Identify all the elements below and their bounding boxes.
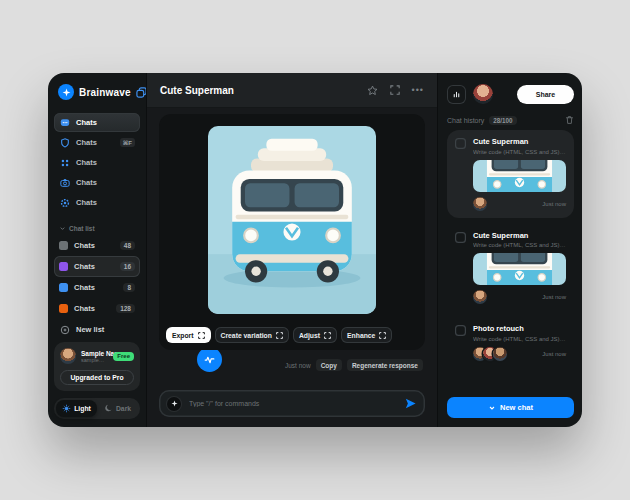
card-checkbox[interactable] [455, 138, 466, 149]
generated-image-van [208, 126, 376, 314]
sidebar-item-label: Chats [76, 158, 97, 167]
enhance-label: Enhance [347, 332, 375, 339]
copy-button[interactable]: Copy [316, 359, 342, 371]
list-count-badge: 48 [120, 241, 135, 250]
header-actions: ••• [367, 85, 424, 96]
profile-card[interactable]: Sample Name sample@ui8.net Free Upgraded… [54, 342, 140, 391]
card-footer: Just now [473, 290, 566, 304]
list-item-label: Chats [74, 241, 95, 250]
chat-lists: Chats 48 Chats 16 Chats 8 Chats 128 [54, 235, 140, 340]
section-label: Chat list [69, 225, 95, 232]
card-timestamp: Just now [542, 294, 566, 300]
list-item-purple[interactable]: Chats 16 [54, 256, 140, 277]
generation-canvas: Export Create variation Adjust Enhance [159, 114, 425, 350]
card-timestamp: Just now [542, 351, 566, 357]
camera-icon [59, 178, 70, 188]
chat-list-section-header[interactable]: Chat list [59, 225, 140, 232]
member-avatar [493, 347, 507, 361]
card-title: Cute Superman [473, 137, 566, 146]
create-variation-button[interactable]: Create variation [215, 327, 289, 343]
response-timestamp: Just now [285, 362, 311, 369]
card-checkbox[interactable] [455, 325, 466, 336]
gear-icon [59, 198, 70, 208]
list-count-badge: 128 [116, 304, 135, 313]
moon-icon [104, 404, 113, 413]
theme-dark-option[interactable]: Dark [97, 400, 138, 417]
theme-light-label: Light [74, 405, 91, 412]
expand-icon [198, 332, 205, 339]
main-header: Cute Superman ••• [147, 73, 437, 108]
chat-bubble-icon [59, 118, 70, 128]
plan-badge: Free [113, 352, 134, 361]
theme-light-option[interactable]: Light [56, 400, 97, 417]
card-description: Write code (HTML, CSS and JS) for a simp… [473, 336, 566, 342]
share-button[interactable]: Share [517, 85, 574, 104]
card-title: Cute Superman [473, 231, 566, 240]
history-card-2[interactable]: Cute Superman Write code (HTML, CSS and … [447, 224, 574, 312]
card-checkbox[interactable] [455, 232, 466, 243]
shield-icon [59, 138, 70, 148]
waveform-icon [203, 353, 216, 366]
expand-icon [379, 332, 386, 339]
chevron-down-icon [488, 404, 496, 412]
brand-row: Brainwave [54, 82, 140, 100]
sidebar-item-label: Chats [76, 178, 97, 187]
expand-icon [276, 332, 283, 339]
new-chat-button[interactable]: New chat [447, 397, 574, 418]
card-thumbnail-van [473, 253, 566, 285]
adjust-label: Adjust [299, 332, 320, 339]
app-window: Brainwave Chats Chats ⌘F [48, 73, 582, 427]
card-footer: Just now [473, 347, 566, 361]
export-button[interactable]: Export [166, 327, 211, 343]
regenerate-response-button[interactable]: Regenerate response [347, 359, 423, 371]
sidebar-item-chats-3[interactable]: Chats [54, 153, 140, 172]
list-color-swatch [59, 283, 68, 292]
sidebar-item-chats-2[interactable]: Chats ⌘F [54, 133, 140, 152]
favorite-star-icon[interactable] [367, 85, 378, 96]
expand-icon [324, 332, 331, 339]
adjust-button[interactable]: Adjust [293, 327, 337, 343]
list-item-blue[interactable]: Chats 8 [54, 277, 140, 298]
sidebar-item-label: Chats [76, 198, 97, 207]
sidebar-item-chats-1[interactable]: Chats [54, 113, 140, 132]
user-avatar[interactable] [473, 84, 493, 104]
enhance-button[interactable]: Enhance [341, 327, 392, 343]
sidebar-item-chats-4[interactable]: Chats [54, 173, 140, 192]
create-variation-label: Create variation [221, 332, 272, 339]
list-color-swatch [59, 262, 68, 271]
sidebar-item-label: Chats [76, 138, 97, 147]
list-item-orange[interactable]: Chats 128 [54, 298, 140, 319]
new-list-button[interactable]: New list [54, 319, 140, 340]
command-input[interactable] [187, 399, 398, 408]
sidebar-item-chats-5[interactable]: Chats [54, 193, 140, 212]
sidebar: Brainwave Chats Chats ⌘F [48, 73, 146, 427]
sparkle-icon [167, 397, 181, 411]
history-cards: Cute Superman Write code (HTML, CSS and … [447, 130, 574, 368]
shortcut-badge: ⌘F [120, 138, 135, 147]
member-avatar [473, 197, 487, 211]
member-avatar-stack [473, 347, 503, 361]
profile-name: Sample Name [81, 350, 108, 357]
user-avatar [60, 348, 76, 364]
page-title: Cute Superman [160, 85, 367, 96]
history-card-1[interactable]: Cute Superman Write code (HTML, CSS and … [447, 130, 574, 218]
upgrade-pro-button[interactable]: Upgraded to Pro [60, 370, 134, 385]
list-count-badge: 8 [123, 283, 135, 292]
new-chat-label: New chat [500, 403, 533, 412]
list-item-label: Chats [74, 283, 95, 292]
fullscreen-icon[interactable] [390, 85, 400, 95]
activity-chart-icon[interactable] [447, 85, 466, 104]
trash-icon[interactable] [565, 115, 574, 125]
profile-text: Sample Name sample@ui8.net [81, 350, 108, 363]
command-dots-icon [59, 158, 70, 168]
sidebar-item-label: Chats [76, 118, 97, 127]
history-card-3[interactable]: Photo retouch Write code (HTML, CSS and … [447, 317, 574, 368]
circle-plus-icon [59, 325, 70, 335]
profile-row: Sample Name sample@ui8.net Free [60, 348, 134, 364]
response-meta-row: Just now Copy Regenerate response [159, 352, 425, 378]
list-item-gray[interactable]: Chats 48 [54, 235, 140, 256]
sidebar-menu: Chats Chats ⌘F Chats Chats [54, 113, 140, 212]
ai-avatar [197, 347, 222, 372]
more-dots-icon[interactable]: ••• [412, 86, 424, 95]
send-icon[interactable] [404, 397, 417, 410]
